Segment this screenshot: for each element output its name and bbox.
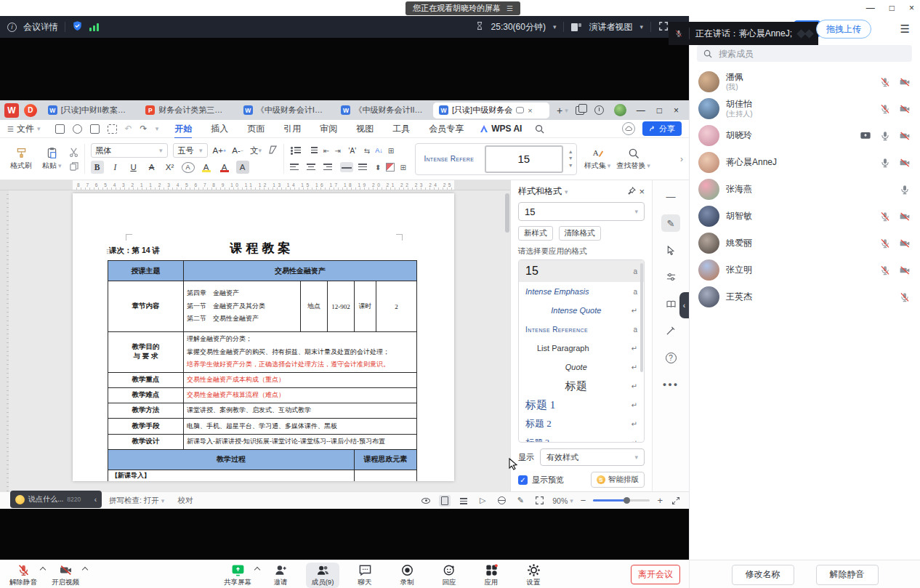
bold-button[interactable]: B (91, 161, 104, 174)
style-item[interactable]: 标题 2↵ (519, 414, 644, 433)
ribbon-tab[interactable]: 工具 (384, 121, 419, 137)
drag-upload-button[interactable]: 拖拽上传 (816, 20, 871, 39)
collapse-dash-icon[interactable]: — (661, 188, 680, 205)
fullscreen-doc-icon[interactable] (670, 495, 682, 507)
ribbon-tab[interactable]: 开始 (166, 121, 201, 137)
style-gallery-scroll[interactable]: ▲▼▼ (565, 149, 576, 169)
search-icon[interactable] (535, 124, 544, 134)
meeting-timer[interactable]: 25:30(60分钟) (491, 21, 546, 33)
zoom-level[interactable]: 90%▾ (552, 496, 573, 505)
export-icon[interactable] (73, 124, 82, 134)
paste-button[interactable]: 粘贴▾ (39, 147, 65, 171)
panel-menu-icon[interactable]: ☰ (900, 23, 910, 36)
style-item[interactable]: Intense Emphasisa (519, 282, 644, 301)
page-view-icon[interactable] (439, 495, 451, 507)
smart-format-button[interactable]: S 智能排版 (591, 472, 645, 488)
bullet-list-icon[interactable] (290, 145, 302, 156)
rename-button[interactable]: 修改名称 (732, 565, 794, 585)
zoom-out-icon[interactable]: − (581, 495, 586, 506)
timer-caret-icon[interactable]: ▾ (553, 23, 557, 31)
read-mode-icon[interactable]: ▷ (477, 495, 488, 507)
wps-document-tab[interactable]: W《中级财务会计Ⅰ》教学 (238, 102, 333, 118)
fit-page-icon[interactable] (533, 495, 545, 507)
ribbon-tab[interactable]: 视图 (347, 121, 382, 137)
style-item[interactable]: 标题 1↵ (519, 395, 644, 414)
zoom-slider[interactable] (593, 499, 650, 502)
apps-button[interactable]: 应用 (475, 563, 508, 588)
close-button[interactable]: × (909, 4, 914, 12)
line-spacing-icon[interactable]: ⬍ (375, 164, 381, 172)
document-page[interactable]: 课次：第 14 讲 课程教案 ⠿ 授课主题 交易性金融资产 章节内容 (73, 193, 454, 481)
current-style-select[interactable]: 15▾ (518, 202, 645, 221)
participant-row[interactable]: 胡智敏 (690, 203, 920, 230)
reactions-button[interactable]: 回应 (432, 563, 466, 588)
style-list-scrollbar[interactable] (640, 263, 643, 372)
redo-icon[interactable]: ↷ (140, 124, 148, 134)
align-center-icon[interactable] (307, 162, 318, 172)
shading-button[interactable]: A (236, 161, 249, 174)
document-scrollbar[interactable] (505, 190, 509, 491)
italic-button[interactable]: I (109, 161, 122, 174)
minimize-button[interactable]: — (866, 4, 875, 12)
decrease-font-icon[interactable]: A-− (231, 144, 244, 157)
member-search[interactable] (697, 45, 912, 62)
style-set-button[interactable]: A 样式集▾ (581, 141, 614, 177)
share-screen-button[interactable]: 共享屏幕 (220, 563, 255, 588)
ribbon-tab[interactable]: 审阅 (311, 121, 346, 137)
network-signal-icon[interactable] (89, 23, 99, 31)
settings-button[interactable]: 设置 (517, 563, 550, 588)
clear-format-icon[interactable] (267, 144, 278, 157)
participant-row[interactable]: 潘佩(我) (690, 68, 920, 95)
style-item[interactable]: Intense Quote↵ (519, 301, 644, 320)
view-mode-selector[interactable]: 演讲者视图 (589, 21, 632, 33)
text-effect-icon[interactable]: 'A' (346, 144, 359, 157)
undo-icon[interactable]: ↶ (125, 124, 132, 134)
pane-title-caret-icon[interactable]: ▾ (565, 188, 568, 196)
ribbon-tab[interactable]: 插入 (202, 121, 237, 137)
ribbon-tab[interactable]: 页面 (238, 121, 273, 137)
start-video-button[interactable]: 开启视频 (48, 563, 83, 588)
wps-ai-button[interactable]: WPS AI (472, 124, 529, 134)
cloud-sync-icon[interactable] (622, 122, 635, 135)
clear-format-button[interactable]: 清除格式 (559, 226, 601, 241)
outline-view-icon[interactable] (458, 495, 469, 507)
tab-close-icon[interactable]: × (528, 106, 532, 115)
new-style-button[interactable]: 新样式 (518, 226, 553, 241)
settings-sliders-icon[interactable] (661, 268, 680, 286)
increase-indent-icon[interactable]: ⇥ (334, 147, 340, 155)
help-icon[interactable]: ? (661, 349, 680, 366)
copy-icon[interactable] (69, 161, 78, 171)
style-item[interactable]: Quote↵ (519, 358, 644, 376)
wps-logo-icon[interactable]: W (4, 103, 19, 118)
strikethrough-button[interactable]: A (145, 161, 158, 174)
zoom-in-icon[interactable]: + (657, 495, 663, 506)
decrease-indent-icon[interactable]: ⇤ (323, 147, 329, 155)
style-preview-intense-reference[interactable]: Intense Refere (416, 155, 483, 163)
align-left-icon[interactable] (290, 162, 302, 172)
format-painter-button[interactable]: 格式刷 (7, 147, 35, 171)
members-button[interactable]: 成员(9) (306, 563, 339, 588)
security-shield-icon[interactable] (72, 20, 83, 33)
participant-row[interactable]: 胡晓玲 (690, 122, 920, 149)
file-menu[interactable]: ☰ 文件 ▾ (0, 123, 48, 135)
participant-row[interactable]: 姚爱丽 (690, 230, 920, 257)
cjk-layout-icon[interactable]: ⇆ (364, 147, 370, 155)
new-tab-button[interactable]: +▾ (552, 105, 573, 116)
pin-icon[interactable] (628, 187, 636, 197)
participant-row[interactable]: 胡佳怡(主持人) (690, 95, 920, 122)
style-item[interactable]: Intense Referencea (519, 320, 644, 339)
vertical-ruler[interactable] (0, 190, 9, 491)
style-preview-15[interactable]: 15 (485, 145, 563, 173)
font-name-select[interactable]: 黑体▾ (91, 143, 168, 158)
display-filter-select[interactable]: 有效样式▾ (540, 448, 645, 466)
edit-pen-icon[interactable]: ✎ (661, 214, 680, 232)
participant-row[interactable]: 张海燕 (690, 176, 920, 203)
web-view-icon[interactable] (496, 495, 507, 507)
tab-marks-icon[interactable]: ⊞ (388, 147, 394, 155)
unmute-button[interactable]: 解除静音 (6, 563, 41, 588)
numbered-list-icon[interactable] (307, 145, 318, 156)
invite-button[interactable]: 邀请 (264, 563, 297, 588)
find-replace-button[interactable]: 查找替换▾ (613, 141, 653, 177)
save-icon[interactable] (55, 124, 65, 134)
participant-row[interactable]: 蒋心晨AnneJ (690, 149, 920, 176)
